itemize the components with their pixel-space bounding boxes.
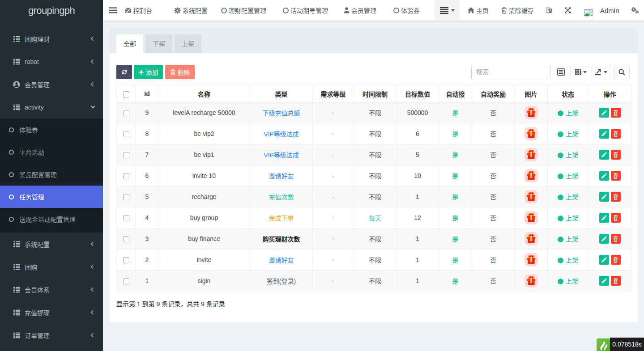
svg-text:A: A	[549, 8, 551, 13]
